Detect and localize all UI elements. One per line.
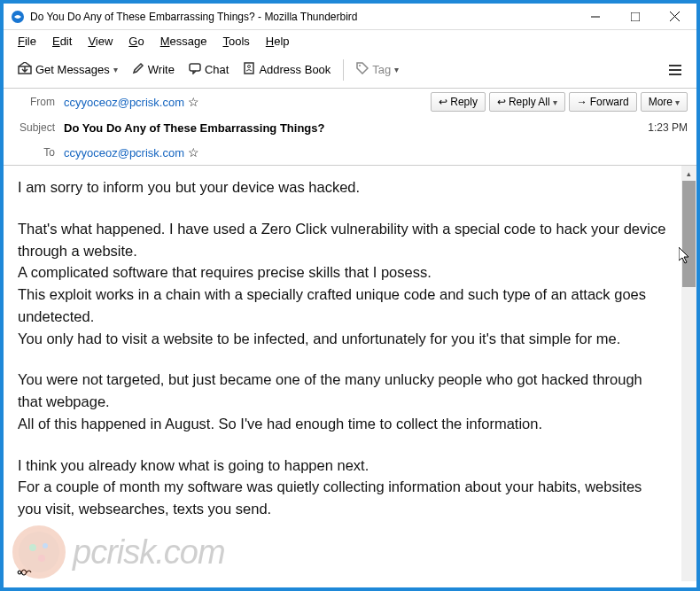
- toolbar-separator: [343, 59, 344, 81]
- reply-label: Reply: [450, 96, 478, 108]
- window-controls: [575, 4, 695, 29]
- chevron-down-icon: ▾: [553, 97, 557, 107]
- message-body[interactable]: I am sorry to inform you but your device…: [4, 166, 681, 581]
- write-button[interactable]: Write: [127, 58, 180, 81]
- maximize-button[interactable]: [615, 4, 655, 29]
- svg-rect-2: [631, 12, 640, 21]
- from-value[interactable]: ccyyoceoz@pcrisk.com: [64, 96, 184, 109]
- body-paragraph: I am sorry to inform you but your device…: [18, 176, 667, 198]
- svg-point-9: [359, 65, 361, 66]
- more-button[interactable]: More▾: [641, 92, 688, 112]
- reply-all-button[interactable]: ↩Reply All▾: [489, 92, 565, 112]
- scroll-thumb[interactable]: [682, 181, 696, 287]
- toolbar: Get Messages ▾ Write Chat Address Book T…: [4, 51, 696, 89]
- to-label: To: [12, 146, 64, 159]
- to-value[interactable]: ccyyoceoz@pcrisk.com: [64, 146, 184, 159]
- reply-icon: ↩: [439, 96, 447, 108]
- address-book-icon: [243, 62, 255, 77]
- vertical-scrollbar[interactable]: ▴: [681, 166, 696, 581]
- tag-button[interactable]: Tag ▾: [351, 58, 404, 81]
- menu-view[interactable]: View: [81, 33, 120, 50]
- from-label: From: [12, 96, 64, 108]
- subject-label: Subject: [12, 121, 64, 134]
- menu-tools[interactable]: Tools: [215, 33, 256, 50]
- address-book-label: Address Book: [259, 63, 331, 76]
- menu-help[interactable]: Help: [259, 33, 297, 50]
- reply-all-icon: ↩: [497, 96, 506, 108]
- subject-value: Do You Do Any of These Embarrassing Thin…: [64, 121, 324, 135]
- chevron-down-icon[interactable]: ▾: [113, 65, 118, 74]
- address-book-button[interactable]: Address Book: [237, 58, 336, 81]
- menubar: File Edit View Go Message Tools Help: [4, 30, 696, 51]
- menu-edit[interactable]: Edit: [45, 33, 79, 50]
- message-time: 1:23 PM: [648, 121, 688, 134]
- write-label: Write: [148, 63, 175, 76]
- message-headers: From ccyyoceoz@pcrisk.com ☆ ↩Reply ↩Repl…: [4, 89, 696, 166]
- menu-go[interactable]: Go: [121, 33, 151, 50]
- body-paragraph: I think you already know what is going t…: [18, 455, 667, 520]
- close-button[interactable]: [655, 4, 695, 29]
- message-actions: ↩Reply ↩Reply All▾ →Forward More▾: [431, 92, 688, 112]
- body-paragraph: You were not targeted, but just became o…: [18, 369, 667, 434]
- reply-button[interactable]: ↩Reply: [431, 92, 486, 112]
- reply-all-label: Reply All: [509, 96, 550, 108]
- chevron-down-icon[interactable]: ▾: [394, 65, 399, 74]
- chevron-down-icon: ▾: [675, 97, 680, 107]
- star-icon[interactable]: ☆: [188, 145, 199, 159]
- tag-icon: [356, 62, 369, 77]
- get-messages-label: Get Messages: [35, 63, 110, 76]
- titlebar: Do You Do Any of These Embarrassing Thin…: [4, 4, 696, 30]
- forward-button[interactable]: →Forward: [569, 92, 637, 112]
- menu-button[interactable]: [663, 60, 688, 80]
- sound-icon: [16, 566, 32, 582]
- body-container: I am sorry to inform you but your device…: [4, 166, 696, 581]
- header-subject-row: Subject Do You Do Any of These Embarrass…: [4, 115, 696, 140]
- body-paragraph: That's what happened. I have used a Zero…: [18, 218, 667, 350]
- chat-label: Chat: [205, 63, 229, 76]
- pencil-icon: [132, 62, 144, 77]
- window-title: Do You Do Any of These Embarrassing Thin…: [30, 11, 575, 23]
- more-label: More: [649, 96, 673, 108]
- star-icon[interactable]: ☆: [188, 95, 199, 109]
- chat-icon: [189, 62, 201, 77]
- menu-message[interactable]: Message: [153, 33, 214, 50]
- scroll-up-button[interactable]: ▴: [681, 166, 696, 181]
- forward-icon: →: [577, 96, 587, 108]
- hamburger-icon: [668, 64, 682, 76]
- forward-label: Forward: [590, 96, 629, 108]
- chat-button[interactable]: Chat: [183, 58, 234, 81]
- menu-file[interactable]: File: [11, 33, 43, 50]
- inbox-icon: [18, 62, 32, 77]
- minimize-button[interactable]: [575, 4, 615, 29]
- svg-rect-6: [190, 64, 200, 71]
- header-to-row: To ccyyoceoz@pcrisk.com ☆: [4, 140, 696, 165]
- header-from-row: From ccyyoceoz@pcrisk.com ☆ ↩Reply ↩Repl…: [4, 89, 696, 115]
- svg-point-8: [248, 66, 251, 68]
- thunderbird-icon: [11, 10, 25, 24]
- tag-label: Tag: [372, 63, 391, 76]
- get-messages-button[interactable]: Get Messages ▾: [12, 58, 123, 81]
